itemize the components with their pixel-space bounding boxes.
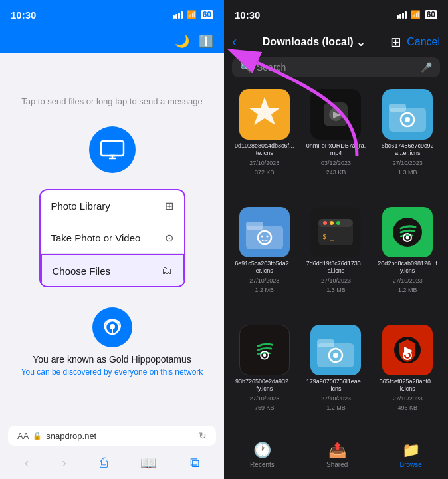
file-date: 27/10/2023: [393, 277, 423, 284]
photo-library-item[interactable]: Photo Library ⊞: [41, 190, 184, 222]
grid-view-button[interactable]: ⊞: [390, 34, 401, 50]
file-name: 365fcef025a28abf0...k.icns: [378, 378, 437, 393]
right-signal-icon: [397, 11, 407, 19]
svg-rect-0: [101, 141, 124, 156]
file-thumbnail: [382, 207, 433, 257]
back-nav-btn[interactable]: ‹: [18, 452, 36, 474]
file-item[interactable]: 20d2bd8cab098126...fy.icns 27/10/2023 1.…: [372, 202, 443, 318]
recents-label: Recents: [250, 461, 275, 468]
chevron-down-icon: ⌄: [356, 36, 365, 49]
svg-point-5: [110, 324, 115, 329]
action-menu: Photo Library ⊞ Take Photo or Video ⊙ Ch…: [39, 189, 185, 287]
file-thumbnail: [239, 325, 290, 375]
file-icon-svg: ▶: [382, 325, 433, 375]
file-icon-svg: [382, 89, 433, 140]
right-tab-bar: 🕐 Recents 📤 Shared 📁 Browse: [224, 436, 448, 479]
file-item[interactable]: 6bc617486e7c9c92a...er.icns 27/10/2023 1…: [372, 84, 443, 200]
file-item[interactable]: 179a90700736l1eae...icns 27/10/2023 1.2 …: [301, 319, 372, 436]
search-icon: 🔍: [240, 62, 251, 73]
take-photo-item[interactable]: Take Photo or Video ⊙: [41, 222, 184, 254]
choose-files-item[interactable]: Choose Files 🗂: [41, 254, 184, 286]
shared-icon: 📤: [328, 442, 346, 459]
svg-point-40: [406, 354, 409, 357]
right-wifi-icon: 📶: [411, 10, 421, 19]
file-icon-svg: [310, 89, 361, 140]
shared-label: Shared: [326, 461, 348, 468]
file-size: 1.2 MB: [398, 287, 417, 293]
info-icon[interactable]: ℹ️: [199, 34, 213, 49]
file-name: 0nmFoPxURDB7a_ra.mp4: [306, 142, 366, 157]
wifi-icon: 📶: [187, 10, 197, 19]
back-button[interactable]: ‹: [232, 33, 237, 51]
file-item[interactable]: $ _ 7d6dd19f3c76d1733...al.icns 27/10/20…: [301, 202, 372, 318]
file-item[interactable]: ▶ 365fcef025a28abf0...k.icns 27/10/2023 …: [372, 319, 443, 436]
svg-rect-17: [246, 222, 263, 230]
svg-rect-34: [317, 339, 334, 347]
file-item[interactable]: 93b726500e2da932...fy.icns 27/10/2023 75…: [229, 319, 300, 436]
file-item[interactable]: 6e91c5ca203fb5da2...er.icns 27/10/2023 1…: [229, 202, 300, 318]
url-bar[interactable]: AA 🔒 snapdrop.net ↻: [8, 426, 216, 446]
file-date: 27/10/2023: [393, 160, 423, 166]
bookmarks-nav-btn[interactable]: 📖: [134, 452, 164, 474]
airdrop-svg: [100, 315, 124, 339]
left-top-bar: 🌙 ℹ️: [0, 29, 224, 53]
monitor-svg: [100, 140, 125, 160]
tab-shared[interactable]: 📤 Shared: [326, 442, 348, 468]
file-thumbnail: [310, 325, 361, 375]
file-item[interactable]: 0nmFoPxURDB7a_ra.mp4 03/12/2023 243 KB: [301, 84, 372, 200]
right-time: 10:30: [235, 9, 260, 21]
file-thumbnail: [310, 89, 361, 140]
right-status-bar: 10:30 📶 60: [224, 0, 448, 29]
forward-nav-btn[interactable]: ›: [55, 452, 73, 474]
files-grid: 0d1028e80a4db3c6f...te.icns 27/10/2023 3…: [224, 84, 448, 436]
left-status-bar: 10:30 📶 60: [0, 0, 224, 29]
search-placeholder: Search: [257, 62, 286, 73]
file-name: 7d6dd19f3c76d1733...al.icns: [306, 260, 366, 275]
file-item[interactable]: 0d1028e80a4db3c6f...te.icns 27/10/2023 3…: [229, 84, 300, 200]
file-date: 27/10/2023: [249, 160, 279, 166]
discovered-by-text: You can be discovered by everyone on thi…: [21, 367, 203, 377]
svg-text:▶: ▶: [404, 345, 413, 356]
file-name: 0d1028e80a4db3c6f...te.icns: [235, 142, 294, 157]
reload-icon[interactable]: ↻: [199, 430, 207, 441]
file-name: 20d2bd8cab098126...fy.icns: [378, 260, 437, 275]
camera-icon: ⊙: [165, 232, 173, 244]
mic-icon[interactable]: 🎤: [421, 62, 432, 73]
file-size: 372 KB: [255, 169, 275, 176]
tab-recents[interactable]: 🕐 Recents: [250, 442, 275, 468]
file-thumbnail: [239, 207, 290, 257]
folder-icon: 🗂: [162, 265, 172, 277]
left-panel: 10:30 📶 60 🌙 ℹ️ Tap to send files or lon…: [0, 0, 224, 479]
file-name: 179a90700736l1eae...icns: [306, 378, 366, 393]
tab-browse[interactable]: 📁 Browse: [400, 442, 422, 468]
device-icon: [89, 126, 136, 173]
browse-icon: 📁: [402, 442, 420, 459]
svg-point-29: [406, 236, 409, 240]
svg-point-19: [261, 236, 263, 238]
downloads-title-btn[interactable]: Downloads (local) ⌄: [242, 36, 385, 49]
url-text: snapdrop.net: [46, 431, 96, 441]
left-time: 10:30: [11, 9, 36, 21]
svg-marker-8: [249, 97, 280, 125]
file-icon-svg: [310, 325, 361, 375]
file-date: 27/10/2023: [249, 277, 279, 284]
share-nav-btn[interactable]: ⎙: [93, 452, 114, 474]
tabs-nav-btn[interactable]: ⧉: [183, 452, 206, 474]
search-bar[interactable]: 🔍 Search 🎤: [232, 57, 440, 77]
take-photo-label: Take Photo or Video: [51, 232, 141, 243]
cancel-button[interactable]: Cancel: [407, 36, 440, 48]
moon-icon[interactable]: 🌙: [175, 34, 189, 49]
aa-label: AA: [17, 431, 29, 441]
file-size: 1.3 MB: [326, 287, 346, 293]
file-icon-svg: [239, 89, 290, 140]
file-date: 27/10/2023: [321, 395, 351, 402]
known-as-text: You are known as Gold Hippopotamus: [33, 354, 191, 365]
svg-text:$ _: $ _: [322, 233, 335, 241]
file-icon-svg: $ _: [310, 207, 361, 257]
file-date: 27/10/2023: [321, 277, 351, 284]
file-size: 243 KB: [326, 169, 346, 176]
battery-icon: 60: [201, 10, 213, 19]
left-content: Tap to send files or long tap to send a …: [0, 53, 224, 420]
file-size: 496 KB: [397, 404, 417, 411]
choose-files-label: Choose Files: [53, 265, 111, 277]
